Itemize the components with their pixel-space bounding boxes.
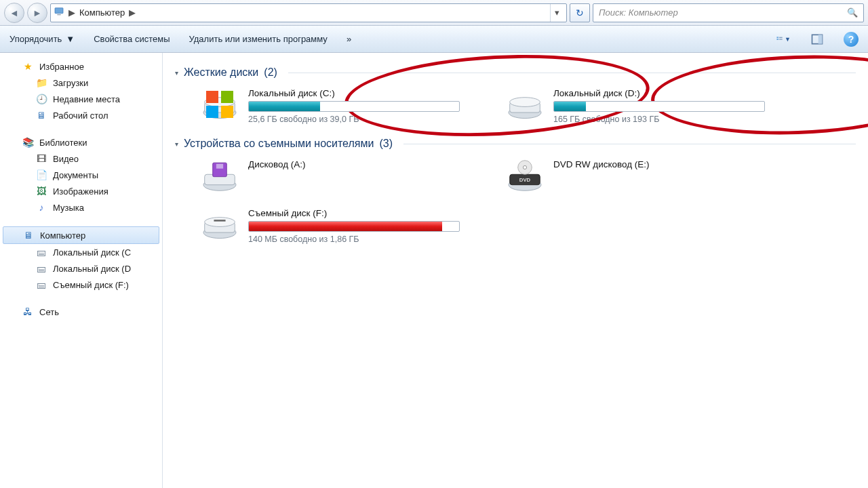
svg-rect-12: [221, 91, 233, 103]
command-toolbar: Упорядочить ▼ Свойства системы Удалить и…: [0, 26, 868, 53]
svg-rect-30: [214, 220, 225, 222]
drive-name: Съемный диск (F:): [248, 208, 460, 218]
windows-logo-icon: [201, 88, 239, 121]
preview-pane-button[interactable]: [810, 32, 825, 47]
tree-label: Локальный диск (D: [53, 264, 131, 274]
removable-drive-icon: [201, 208, 239, 241]
tree-label: Загрузки: [53, 78, 88, 88]
nav-back-button[interactable]: ◄: [4, 3, 24, 23]
tree-desktop[interactable]: 🖥Рабочий стол: [0, 107, 162, 123]
organize-label: Упорядочить: [9, 34, 62, 44]
uninstall-program-button[interactable]: Удалить или изменить программу: [189, 34, 328, 44]
floppy-drive-icon: [201, 159, 239, 192]
search-input[interactable]: Поиск: Компьютер 🔍: [593, 3, 864, 22]
svg-rect-2: [776, 37, 778, 38]
chevron-right-icon: ▶: [68, 7, 75, 18]
svg-point-26: [523, 165, 526, 169]
breadcrumb-location[interactable]: Компьютер: [79, 7, 125, 18]
tree-libraries[interactable]: 📚Библиотеки: [0, 134, 162, 150]
computer-icon: 🖥: [22, 229, 35, 241]
tree-downloads[interactable]: 📁Загрузки: [0, 75, 162, 91]
section-title: Устройства со съемными носителями: [184, 138, 374, 150]
storage-bar: [553, 101, 765, 112]
nav-forward-button[interactable]: ►: [27, 3, 47, 23]
drive-icon: 🖴: [35, 279, 47, 291]
svg-rect-11: [206, 91, 218, 103]
recent-icon: 🕘: [35, 93, 47, 105]
svg-rect-14: [221, 106, 233, 118]
tree-music[interactable]: ♪Музыка: [0, 199, 162, 216]
tree-video[interactable]: 🎞Видео: [0, 150, 162, 167]
network-icon: 🖧: [22, 306, 34, 318]
search-placeholder: Поиск: Компьютер: [599, 7, 678, 18]
section-header-hdd[interactable]: ▾ Жесткие диски (2): [175, 66, 856, 79]
tree-label: Съемный диск (F:): [53, 280, 129, 290]
svg-rect-0: [55, 8, 63, 14]
dvd-drive-icon: DVD: [506, 159, 544, 192]
tree-label: Библиотеки: [39, 138, 87, 148]
tree-drive-c[interactable]: 🖴Локальный диск (C: [0, 244, 162, 260]
tree-recent[interactable]: 🕘Недавние места: [0, 91, 162, 107]
uninstall-label: Удалить или изменить программу: [189, 34, 328, 44]
tree-label: Музыка: [53, 203, 84, 213]
tree-drive-d[interactable]: 🖴Локальный диск (D: [0, 260, 162, 277]
drive-f[interactable]: Съемный диск (F:) 140 МБ свободно из 1,8…: [198, 205, 462, 247]
section-header-removable[interactable]: ▾ Устройства со съемными носителями (3): [175, 138, 856, 150]
folder-icon: 📁: [35, 77, 47, 89]
svg-point-17: [510, 98, 540, 107]
help-icon: ?: [848, 34, 854, 45]
overflow-label: »: [347, 34, 351, 44]
drive-icon: 🖴: [35, 246, 47, 258]
drive-name: Локальный диск (D:): [553, 88, 765, 98]
section-title: Жесткие диски: [184, 66, 258, 79]
chevron-down-icon: ▼: [785, 36, 791, 43]
drive-freespace: 140 МБ свободно из 1,86 ГБ: [248, 235, 460, 244]
tree-pictures[interactable]: 🖼Изображения: [0, 183, 162, 199]
toolbar-overflow-button[interactable]: »: [347, 34, 351, 44]
hard-drive-icon: [201, 88, 239, 121]
collapse-icon: ▾: [175, 69, 178, 77]
drive-d[interactable]: Локальный диск (D:) 165 ГБ свободно из 1…: [503, 85, 768, 127]
libraries-icon: 📚: [22, 136, 34, 148]
storage-bar: [248, 101, 460, 112]
drive-a[interactable]: Дисковод (A:): [198, 157, 462, 195]
drive-c[interactable]: Локальный диск (C:) 25,6 ГБ свободно из …: [198, 85, 462, 127]
tree-label: Документы: [53, 170, 98, 180]
tree-label: Рабочий стол: [53, 110, 108, 121]
tree-label: Компьютер: [40, 230, 85, 241]
address-dropdown-button[interactable]: ▾: [550, 4, 564, 22]
tree-label: Видео: [53, 154, 79, 164]
drive-icon: 🖴: [35, 262, 47, 274]
tree-favorites[interactable]: ★Избранное: [0, 58, 162, 75]
tree-computer[interactable]: 🖥Компьютер: [3, 226, 159, 244]
tree-label: Изображения: [53, 186, 108, 197]
svg-text:DVD: DVD: [519, 177, 531, 183]
hard-drive-icon: [506, 88, 544, 121]
address-bar: ◄ ► ▶ Компьютер ▶ ▾ ↻ Поиск: Компьютер 🔍: [0, 0, 868, 26]
section-count: (3): [379, 138, 393, 150]
tree-label: Сеть: [39, 307, 59, 317]
video-icon: 🎞: [35, 152, 47, 165]
navigation-tree: ★Избранное 📁Загрузки 🕘Недавние места 🖥Ра…: [0, 53, 163, 488]
view-options-button[interactable]: ▼: [776, 32, 791, 47]
tree-drive-f[interactable]: 🖴Съемный диск (F:): [0, 277, 162, 293]
svg-rect-7: [818, 35, 823, 43]
desktop-icon: 🖥: [35, 109, 47, 121]
tree-network[interactable]: 🖧Сеть: [0, 304, 162, 320]
tree-label: Локальный диск (C: [53, 247, 131, 258]
help-button[interactable]: ?: [844, 32, 859, 47]
content-pane: ▾ Жесткие диски (2) Локальный диск (C:) …: [163, 53, 868, 488]
drive-name: Локальный диск (C:): [248, 88, 460, 98]
organize-menu[interactable]: Упорядочить ▼: [9, 34, 75, 44]
search-icon: 🔍: [847, 7, 858, 18]
drive-name: Дисковод (A:): [248, 159, 460, 169]
address-field[interactable]: ▶ Компьютер ▶ ▾: [50, 3, 567, 22]
system-properties-button[interactable]: Свойства системы: [94, 34, 170, 44]
drive-e[interactable]: DVD DVD RW дисковод (E:): [503, 157, 768, 195]
svg-point-29: [205, 218, 235, 227]
sysprops-label: Свойства системы: [94, 34, 170, 44]
drive-freespace: 165 ГБ свободно из 193 ГБ: [553, 115, 765, 124]
refresh-button[interactable]: ↻: [570, 3, 590, 22]
refresh-icon: ↻: [576, 7, 584, 18]
tree-documents[interactable]: 📄Документы: [0, 167, 162, 183]
